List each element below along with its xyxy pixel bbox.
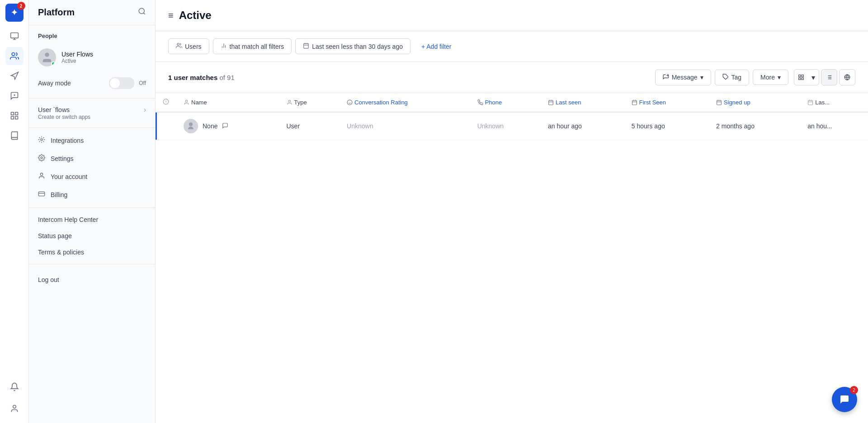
icon-rail: ✦ 2 [0, 0, 29, 423]
sidebar-item-settings[interactable]: Settings [29, 150, 155, 168]
logo-mark: ✦ [11, 8, 18, 18]
svg-rect-4 [11, 113, 14, 115]
match-count: 1 user matches [168, 74, 217, 81]
page-title: Active [179, 9, 212, 22]
more-btn[interactable]: More ▾ [753, 70, 788, 85]
globe-view-btn[interactable] [839, 69, 855, 85]
users-table: Name Type Conversation Rating [156, 93, 868, 140]
col-last2: Las... [800, 93, 868, 112]
sidebar-item-user-flows[interactable]: User `flows › Create or switch apps [29, 102, 155, 124]
svg-rect-21 [304, 43, 309, 48]
tag-icon [722, 74, 729, 81]
rail-icon-reports[interactable] [5, 107, 24, 125]
rail-icon-people[interactable] [5, 47, 24, 65]
col-signed-up-label: Signed up [724, 99, 750, 106]
hamburger-icon[interactable]: ≡ [168, 10, 174, 21]
row-phone: Unknown [477, 122, 504, 130]
search-icon[interactable] [138, 7, 146, 18]
message-icon [663, 74, 669, 81]
row-last2-cell: an hou... [800, 112, 868, 140]
row-first-seen-cell: 5 hours ago [624, 112, 709, 140]
users-filter-label: Users [185, 43, 202, 50]
col-signed-up[interactable]: Signed up [709, 93, 800, 112]
rail-icon-messages[interactable] [5, 87, 24, 105]
main-content: ≡ Active Users that match all filters La… [156, 0, 868, 423]
sidebar-header: Platform [29, 0, 155, 25]
row-rating: Unknown [347, 122, 373, 130]
chat-fab[interactable]: 2 [832, 387, 857, 412]
people-section-label: People [29, 25, 155, 43]
users-filter-icon [176, 42, 182, 50]
col-first-seen[interactable]: First Seen [624, 93, 709, 112]
message-btn[interactable]: Message ▾ [655, 70, 711, 85]
message-btn-label: Message [672, 74, 698, 81]
col-rating[interactable]: Conversation Rating [340, 93, 470, 112]
divider-1 [29, 98, 155, 99]
col-info [156, 93, 176, 112]
sidebar-item-integrations[interactable]: Integrations [29, 132, 155, 150]
col-rating-label: Conversation Rating [354, 99, 408, 106]
table-header: Name Type Conversation Rating [156, 93, 868, 112]
match-total: of 91 [219, 74, 234, 81]
seen-filter-label: Last seen less than 30 days ago [312, 43, 403, 50]
rail-icon-notifications[interactable] [5, 378, 24, 396]
toggle-state-label: Off [139, 80, 146, 86]
svg-rect-30 [799, 78, 801, 80]
svg-rect-5 [15, 113, 18, 115]
filter-bar: Users that match all filters Last seen l… [156, 31, 868, 62]
sidebar-item-billing[interactable]: Billing [29, 186, 155, 204]
svg-point-12 [41, 139, 42, 141]
sidebar-item-intercom-help[interactable]: Intercom Help Center [29, 212, 155, 228]
sidebar-user-item[interactable]: User Flows Active [29, 43, 155, 72]
svg-point-3 [14, 95, 15, 96]
grid-view-btn[interactable]: ▾ [794, 69, 819, 85]
seen-filter-btn[interactable]: Last seen less than 30 days ago [295, 38, 410, 54]
app-logo[interactable]: ✦ 2 [5, 4, 24, 22]
away-mode-row: Away mode Off [29, 72, 155, 94]
row-last2: an hou... [807, 122, 832, 130]
chat-fab-badge: 2 [850, 386, 858, 394]
svg-rect-0 [10, 33, 18, 38]
grid-view-arrow: ▾ [811, 73, 815, 82]
col-type-label: Type [294, 99, 307, 106]
svg-point-11 [45, 53, 49, 57]
svg-rect-7 [15, 117, 18, 119]
more-btn-label: More [760, 74, 775, 81]
user-flows-desc: Create or switch apps [38, 114, 146, 120]
row-chat-icon [222, 122, 228, 130]
rail-icon-campaigns[interactable] [5, 67, 24, 85]
message-dropdown-arrow: ▾ [700, 74, 703, 81]
row-phone-cell: Unknown [470, 112, 541, 140]
users-filter-btn[interactable]: Users [168, 38, 209, 54]
col-phone-label: Phone [485, 99, 502, 106]
sidebar-item-account[interactable]: Your account [29, 168, 155, 186]
svg-point-44 [347, 100, 352, 105]
user-info: User Flows Active [61, 51, 146, 64]
col-name: Name [176, 93, 279, 112]
view-toggles: ▾ [794, 69, 855, 85]
add-filter-btn[interactable]: + Add filter [414, 39, 459, 54]
sidebar-item-terms[interactable]: Terms & policies [29, 244, 155, 260]
svg-point-1 [12, 53, 15, 56]
user-name: User Flows [61, 51, 146, 58]
row-name-cell[interactable]: None [176, 112, 279, 140]
tag-btn[interactable]: Tag [715, 70, 750, 85]
row-last-seen-cell: an hour ago [541, 112, 624, 140]
away-mode-toggle[interactable] [109, 77, 134, 89]
svg-rect-6 [11, 117, 14, 119]
rail-icon-account[interactable] [5, 400, 24, 418]
svg-rect-55 [717, 100, 722, 105]
row-rating-cell: Unknown [340, 112, 470, 140]
rail-icon-knowledge[interactable] [5, 127, 24, 145]
match-info: 1 user matches of 91 [168, 74, 235, 81]
table-row[interactable]: None User Unknown Unknown [156, 112, 868, 140]
col-phone[interactable]: Phone [470, 93, 541, 112]
list-view-btn[interactable] [821, 69, 837, 85]
rail-icon-inbox[interactable] [5, 27, 24, 45]
match-filter-btn[interactable]: that match all filters [213, 38, 292, 54]
svg-point-14 [40, 173, 42, 175]
sidebar-item-logout[interactable]: Log out [29, 272, 155, 288]
sidebar-item-status-page[interactable]: Status page [29, 228, 155, 244]
row-signed-up-cell: 2 months ago [709, 112, 800, 140]
col-last-seen[interactable]: Last seen [541, 93, 624, 112]
